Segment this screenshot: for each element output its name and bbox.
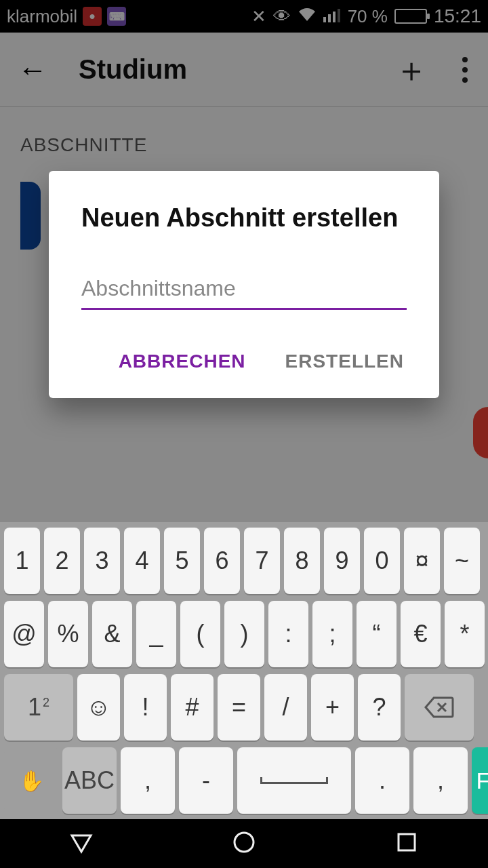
create-button[interactable]: ERSTELLEN — [283, 344, 407, 379]
key-backspace[interactable] — [405, 674, 474, 741]
svg-point-4 — [235, 833, 253, 852]
nav-recent-button[interactable] — [393, 829, 420, 859]
key-plus[interactable]: + — [311, 674, 354, 741]
create-section-dialog: Neuen Abschnitt erstellen ABBRECHEN ERST… — [49, 171, 439, 398]
key-9[interactable]: 9 — [324, 528, 360, 594]
key-abc[interactable]: ABC — [62, 747, 117, 814]
key-symbol-page[interactable]: 12 — [4, 674, 73, 741]
nav-home-icon — [230, 829, 258, 856]
nav-recent-icon — [393, 829, 420, 856]
section-name-input[interactable] — [81, 273, 407, 310]
key-at[interactable]: @ — [4, 601, 44, 667]
key-percent[interactable]: % — [48, 601, 88, 667]
key-6[interactable]: 6 — [204, 528, 240, 594]
key-bang[interactable]: ! — [124, 674, 167, 741]
nav-back-button[interactable] — [68, 829, 95, 859]
handwriting-icon: ✋ — [19, 769, 44, 793]
key-4[interactable]: 4 — [124, 528, 160, 594]
svg-rect-5 — [399, 834, 415, 850]
key-hash[interactable]: # — [171, 674, 214, 741]
key-comma2[interactable]: , — [413, 747, 468, 814]
key-euro[interactable]: € — [401, 601, 441, 667]
nav-back-icon — [68, 829, 95, 856]
key-star[interactable]: * — [445, 601, 485, 667]
nav-home-button[interactable] — [230, 829, 258, 859]
key-quote[interactable]: “ — [357, 601, 396, 667]
key-rparen[interactable]: ) — [224, 601, 264, 667]
key-8[interactable]: 8 — [284, 528, 320, 594]
key-input-mode[interactable]: ✋ — [4, 747, 58, 814]
key-emoji[interactable]: ☺ — [77, 674, 120, 741]
key-underscore[interactable]: _ — [136, 601, 176, 667]
key-period[interactable]: . — [355, 747, 409, 814]
key-question[interactable]: ? — [358, 674, 401, 741]
key-space[interactable] — [237, 747, 351, 814]
key-3[interactable]: 3 — [84, 528, 120, 594]
key-1[interactable]: 1 — [4, 528, 40, 594]
system-navbar — [0, 819, 488, 868]
dialog-title: Neuen Abschnitt erstellen — [81, 203, 407, 233]
soft-keyboard: 1 2 3 4 5 6 7 8 9 0 ¤ ~ @ % & _ ( ) : ; … — [0, 522, 488, 819]
key-colon[interactable]: : — [268, 601, 308, 667]
backspace-icon — [424, 696, 454, 718]
key-comma[interactable]: , — [121, 747, 175, 814]
key-semicolon[interactable]: ; — [312, 601, 352, 667]
key-done[interactable]: Fertig — [472, 747, 488, 814]
key-currency[interactable]: ¤ — [404, 528, 440, 594]
key-2[interactable]: 2 — [44, 528, 80, 594]
key-lparen[interactable]: ( — [180, 601, 220, 667]
key-dash[interactable]: - — [179, 747, 233, 814]
key-slash[interactable]: / — [264, 674, 307, 741]
space-icon — [260, 777, 329, 784]
cancel-button[interactable]: ABBRECHEN — [116, 344, 249, 379]
key-7[interactable]: 7 — [244, 528, 280, 594]
key-tilde[interactable]: ~ — [444, 528, 480, 594]
key-equals[interactable]: = — [218, 674, 260, 741]
key-5[interactable]: 5 — [164, 528, 200, 594]
key-amp[interactable]: & — [92, 601, 132, 667]
key-0[interactable]: 0 — [364, 528, 400, 594]
